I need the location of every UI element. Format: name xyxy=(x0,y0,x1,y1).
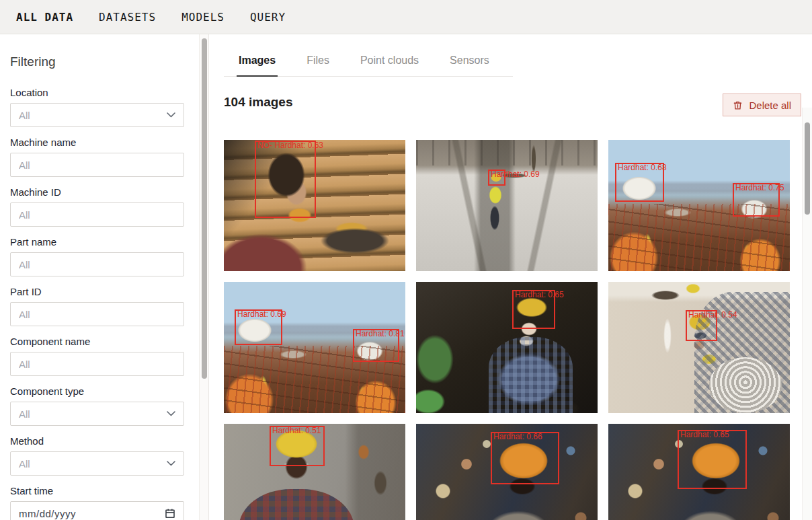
main-scrollbar-thumb[interactable] xyxy=(805,122,810,215)
filter-sidebar: Filtering LocationAllMachine nameMachine… xyxy=(0,34,199,520)
filter-label-component-name: Component name xyxy=(10,336,199,347)
calendar-icon xyxy=(165,508,175,519)
media-tabs: ImagesFilesPoint cloudsSensors xyxy=(224,50,513,77)
tab-images[interactable]: Images xyxy=(237,50,278,77)
delete-all-button[interactable]: Delete all xyxy=(723,94,801,116)
component-type-select[interactable]: All xyxy=(10,402,184,426)
detection-label: Hardhat: 0.75 xyxy=(735,183,784,192)
image-thumbnail xyxy=(416,282,598,413)
part-id-input[interactable] xyxy=(10,302,184,326)
filter-label-machine-id: Machine ID xyxy=(10,186,199,198)
filter-label-part-name: Part name xyxy=(10,236,199,248)
image-grid: NO- Hardhat: 0.63Hardhat: 0.69Hardhat: 0… xyxy=(224,140,791,520)
filter-label-location: Location xyxy=(10,87,199,98)
component-name-input[interactable] xyxy=(10,352,184,376)
image-tile[interactable]: Hardhat: 0.51 xyxy=(224,424,405,520)
detection-box: Hardhat: 0.69 xyxy=(488,170,505,186)
detection-box: Hardhat: 0.65 xyxy=(512,290,555,329)
image-tile[interactable]: NO- Hardhat: 0.63 xyxy=(224,140,405,271)
filter-label-start-time: Start time xyxy=(10,485,199,496)
detection-box: Hardhat: 0.69 xyxy=(235,309,282,345)
detection-box: Hardhat: 0.81 xyxy=(353,329,399,362)
trash-icon xyxy=(733,100,743,110)
detection-label: Hardhat: 0.81 xyxy=(356,329,405,338)
location-select[interactable]: All xyxy=(10,103,184,127)
filter-label-method: Method xyxy=(10,435,199,447)
select-value: All xyxy=(19,458,30,470)
select-value: All xyxy=(19,110,30,121)
detection-label: Hardhat: 0.65 xyxy=(680,430,729,439)
nav-item-models[interactable]: MODELS xyxy=(181,11,225,24)
detection-label: NO- Hardhat: 0.63 xyxy=(257,141,323,150)
detection-label: Hardhat: 0.69 xyxy=(237,309,286,319)
machine-name-input[interactable] xyxy=(10,153,184,177)
detection-label: Hardhat: 0.65 xyxy=(515,290,564,299)
nav-item-all-data[interactable]: ALL DATA xyxy=(16,11,73,24)
date-placeholder: mm/dd/yyyy xyxy=(19,508,76,519)
detection-label: Hardhat: 0.69 xyxy=(491,170,540,179)
sidebar-scrollbar-thumb[interactable] xyxy=(202,38,207,379)
nav-item-query[interactable]: QUERY xyxy=(250,11,286,24)
detection-label: Hardhat: 0.68 xyxy=(618,163,667,172)
delete-all-label: Delete all xyxy=(749,100,791,111)
image-tile[interactable]: Hardhat: 0.69Hardhat: 0.81 xyxy=(224,282,405,413)
app-window: ALL DATADATASETSMODELSQUERY Filtering Lo… xyxy=(0,0,812,520)
image-tile[interactable]: Hardhat: 0.68Hardhat: 0.75 xyxy=(608,140,790,271)
detection-box: Hardhat: 0.75 xyxy=(733,183,780,217)
chevron-down-icon xyxy=(167,461,175,466)
nav-item-datasets[interactable]: DATASETS xyxy=(99,11,156,24)
chevron-down-icon xyxy=(167,411,175,416)
start-time-date-input[interactable]: mm/dd/yyyy xyxy=(10,501,184,520)
part-name-input[interactable] xyxy=(10,252,184,276)
detection-box: Hardhat: 0.54 xyxy=(686,310,717,341)
main-scrollbar[interactable] xyxy=(802,108,812,520)
image-tile[interactable]: Hardhat: 0.54 xyxy=(608,282,790,413)
select-value: All xyxy=(19,408,30,420)
chevron-down-icon xyxy=(167,112,175,118)
filter-label-component-type: Component type xyxy=(10,385,199,397)
tab-sensors[interactable]: Sensors xyxy=(448,50,491,76)
filter-label-machine-name: Machine name xyxy=(10,137,199,148)
detection-box: Hardhat: 0.66 xyxy=(491,432,559,484)
image-count-label: 104 images xyxy=(224,95,292,110)
image-tile[interactable]: Hardhat: 0.65 xyxy=(608,424,790,520)
tab-point-clouds[interactable]: Point clouds xyxy=(358,50,421,76)
image-tile[interactable]: Hardhat: 0.65 xyxy=(416,282,598,413)
method-select[interactable]: All xyxy=(10,451,184,476)
detection-label: Hardhat: 0.66 xyxy=(493,432,542,441)
detection-box: Hardhat: 0.68 xyxy=(615,163,664,202)
image-tile[interactable]: Hardhat: 0.69 xyxy=(416,140,598,271)
image-thumbnail xyxy=(608,282,790,413)
detection-box: Hardhat: 0.51 xyxy=(270,426,325,466)
image-thumbnail xyxy=(416,140,598,271)
filter-label-part-id: Part ID xyxy=(10,286,199,297)
sidebar-scrollbar[interactable] xyxy=(199,34,209,520)
tab-files[interactable]: Files xyxy=(304,50,331,76)
detection-label: Hardhat: 0.54 xyxy=(688,310,737,320)
detection-box: NO- Hardhat: 0.63 xyxy=(255,141,316,218)
detection-box: Hardhat: 0.65 xyxy=(678,430,747,489)
filter-form: LocationAllMachine nameMachine IDPart na… xyxy=(10,87,199,520)
top-navbar: ALL DATADATASETSMODELSQUERY xyxy=(0,0,812,34)
image-tile[interactable]: Hardhat: 0.66 xyxy=(416,424,598,520)
machine-id-input[interactable] xyxy=(10,202,184,227)
detection-label: Hardhat: 0.51 xyxy=(272,426,321,435)
sidebar-title: Filtering xyxy=(10,54,199,69)
